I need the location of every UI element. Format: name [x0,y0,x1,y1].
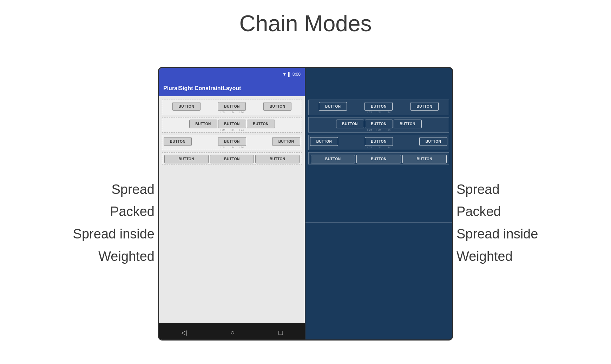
btn-w-dark-3: BUTTON [402,155,447,163]
btn-spread-1: BUTTON [172,102,201,111]
btn-w-dark-2: BUTTON [356,155,401,163]
chain-row-spread-inside-light: BUTTON BUTTON BUTTON ↕ 24 ↕ 24 ↕ 24 [162,135,302,150]
spread-arrows: ↕ 24 ↕ 24 ↕ 24 [220,111,244,114]
right-labels: Spread Packed Spread inside Weighted [453,182,551,264]
btn-w-3: BUTTON [255,155,300,163]
nav-recent-icon: □ [278,329,283,337]
btn-packed-1: BUTTON [189,120,217,128]
btn-si-dark-3: BUTTON [419,137,447,146]
packed-dark-arrows: ↕ 24 ↕ 24 ↕ 24 [367,128,391,132]
btn-row-packed-dark: BUTTON BUTTON BUTTON [310,120,447,128]
btn-spread-dark-1: BUTTON [319,102,347,111]
chain-row-spread-light: BUTTON BUTTON BUTTON ↕ 24 ↕ 24 ↕ 24 [162,100,302,115]
btn-row-spread-inside-light: BUTTON BUTTON BUTTON [164,137,300,146]
chain-row-weighted-light: BUTTON BUTTON BUTTON [162,152,302,164]
btn-si-2: BUTTON [218,137,246,146]
nav-home-icon: ○ [230,329,235,337]
btn-row-weighted-light: BUTTON BUTTON BUTTON [164,155,300,163]
btn-row-spread-dark: BUTTON BUTTON BUTTON [310,102,447,111]
btn-packed-2: BUTTON [218,120,246,128]
status-icons: ▼ ▌ 8:00 [282,72,301,77]
btn-row-spread-inside-dark: BUTTON BUTTON BUTTON [310,137,447,146]
phone-toolbar: PluralSight ConstraintLayout [159,81,305,96]
left-label-spread: Spread [111,182,155,198]
wifi-icon: ▼ [282,72,287,77]
phone-content-light: BUTTON BUTTON BUTTON ↕ 24 ↕ 24 ↕ 24 BUTT… [159,96,305,323]
left-label-packed: Packed [110,204,155,220]
time-display: 8:00 [293,72,301,77]
main-content: Spread Packed Spread inside Weighted ▼ ▌… [0,43,611,364]
chain-row-packed-light: BUTTON BUTTON BUTTON ↕ 24 ↕ 24 ↕ 24 [162,117,302,133]
btn-row-weighted-dark: BUTTON BUTTON BUTTON [310,155,447,163]
chain-row-packed-dark: BUTTON BUTTON BUTTON ↕ 24 ↕ 24 ↕ 24 [308,117,449,133]
btn-w-2: BUTTON [210,155,254,163]
btn-si-dark-1: BUTTON [310,137,338,146]
si-dark-arrows: ↕ 24 ↕ 24 ↕ 24 [367,146,391,149]
btn-row-packed-light: BUTTON BUTTON BUTTON [164,120,300,128]
right-label-weighted: Weighted [456,249,513,265]
btn-w-dark-1: BUTTON [311,155,355,163]
right-label-packed: Packed [456,204,501,220]
page-title: Chain Modes [239,11,372,36]
signal-icon: ▌ [288,72,291,77]
right-bottom-area [306,222,452,341]
btn-packed-dark-2: BUTTON [365,120,393,128]
si-arrows: ↕ 24 ↕ 24 ↕ 24 [220,146,244,149]
btn-row-spread-light: BUTTON BUTTON BUTTON [164,102,300,111]
toolbar-title: PluralSight ConstraintLayout [163,85,241,92]
phone-right-panel: BUTTON BUTTON BUTTON ↕ 24 ↕ 24 ↕ 24 BUTT… [306,68,452,341]
left-label-spread-inside: Spread inside [73,226,155,242]
btn-spread-3: BUTTON [263,102,291,111]
btn-w-1: BUTTON [164,155,209,163]
chain-row-spread-inside-dark: BUTTON BUTTON BUTTON ↕ 24 ↕ 24 ↕ 24 [308,135,449,150]
left-labels: Spread Packed Spread inside Weighted [60,182,158,264]
nav-back-icon: ◁ [181,328,186,337]
btn-si-dark-2: BUTTON [365,137,393,146]
phone-nav: ◁ ○ □ [159,323,305,341]
btn-packed-dark-1: BUTTON [336,120,364,128]
chain-row-spread-dark: BUTTON BUTTON BUTTON ↕ 24 ↕ 24 ↕ 24 [308,100,449,115]
right-top-spacer [306,68,452,96]
btn-packed-dark-3: BUTTON [394,120,422,128]
right-label-spread-inside: Spread inside [456,226,538,242]
btn-spread-2: BUTTON [218,102,246,111]
phone-content-dark: BUTTON BUTTON BUTTON ↕ 24 ↕ 24 ↕ 24 BUTT… [306,96,452,222]
phone-device: ▼ ▌ 8:00 PluralSight ConstraintLayout BU… [158,67,453,341]
btn-si-1: BUTTON [164,137,192,146]
btn-si-3: BUTTON [272,137,300,146]
packed-arrows: ↕ 24 ↕ 24 ↕ 24 [220,128,244,132]
btn-packed-3: BUTTON [247,120,275,128]
spread-dark-arrows: ↕ 24 ↕ 24 ↕ 24 [367,111,391,114]
phone-left-panel: ▼ ▌ 8:00 PluralSight ConstraintLayout BU… [159,68,306,341]
btn-spread-dark-2: BUTTON [364,102,393,111]
left-label-weighted: Weighted [98,249,155,265]
btn-spread-dark-3: BUTTON [410,102,439,111]
right-label-spread: Spread [456,182,500,198]
phone-status-bar: ▼ ▌ 8:00 [159,68,305,81]
chain-row-weighted-dark: BUTTON BUTTON BUTTON [308,152,449,164]
